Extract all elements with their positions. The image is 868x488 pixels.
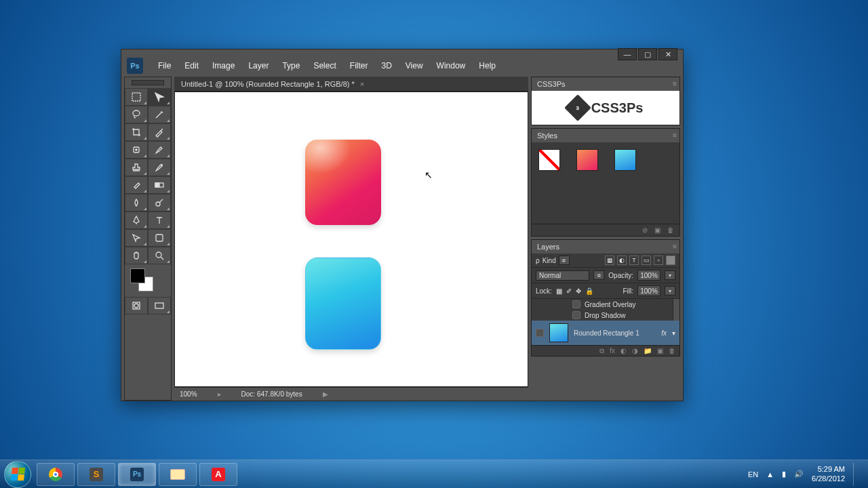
type-tool[interactable]	[148, 211, 171, 229]
brush-tool[interactable]	[148, 141, 171, 159]
color-swatches[interactable]	[129, 268, 167, 293]
menu-window[interactable]: Window	[430, 58, 473, 73]
menu-3d[interactable]: 3D	[374, 58, 398, 73]
magic-wand-tool[interactable]	[148, 106, 171, 123]
panel-menu-icon[interactable]: ≡	[673, 243, 677, 250]
style-orange[interactable]	[576, 149, 598, 171]
pen-tool[interactable]	[125, 211, 148, 229]
taskbar-sublime[interactable]: S	[77, 463, 115, 486]
taskbar-chrome[interactable]	[37, 463, 75, 486]
tray-lang[interactable]: EN	[748, 470, 758, 479]
taskbar-explorer[interactable]	[159, 463, 197, 486]
shape-cyan-blue[interactable]	[305, 258, 381, 350]
filter-type-icon[interactable]: T	[629, 256, 639, 265]
folder-icon[interactable]: 📁	[644, 347, 652, 354]
healing-tool[interactable]	[125, 141, 148, 159]
gradient-tool[interactable]	[148, 176, 171, 194]
screenmode-tool[interactable]	[148, 297, 171, 314]
foreground-color[interactable]	[130, 268, 145, 283]
style-none[interactable]	[538, 149, 560, 171]
blend-mode[interactable]: Normal	[536, 270, 589, 281]
visibility-icon[interactable]	[572, 311, 580, 319]
new-layer-icon[interactable]: ▣	[657, 347, 663, 354]
dropdown-arrow-icon[interactable]: ≑	[593, 270, 604, 280]
style-cyan[interactable]	[614, 149, 636, 171]
minimize-button[interactable]: —	[618, 48, 637, 60]
zoom-tool[interactable]	[148, 247, 171, 264]
filter-pixel-icon[interactable]: ▦	[605, 256, 614, 265]
layer-list[interactable]: Gradient Overlay Drop Shadow	[532, 299, 679, 321]
shape-tool[interactable]	[148, 229, 171, 247]
show-desktop-button[interactable]	[853, 463, 859, 486]
dropdown-arrow-icon[interactable]: ≑	[559, 256, 570, 265]
menu-file[interactable]: File	[151, 58, 178, 73]
filter-type-icon[interactable]: ρ	[536, 257, 540, 264]
eraser-tool[interactable]	[125, 176, 148, 194]
document-tab[interactable]: Untitled-1 @ 100% (Rounded Rectangle 1, …	[174, 77, 528, 92]
no-icon[interactable]: ⊘	[642, 226, 648, 234]
blur-tool[interactable]	[125, 194, 148, 211]
eyedropper-tool[interactable]	[148, 123, 171, 141]
history-brush-tool[interactable]	[148, 159, 171, 176]
panel-menu-icon[interactable]: ≡	[673, 80, 677, 87]
fx-item[interactable]: Gradient Overlay	[585, 301, 636, 308]
dropdown-arrow-icon[interactable]: ▾	[665, 286, 675, 296]
filter-smart-icon[interactable]: ▫	[654, 256, 663, 265]
layer-thumbnail[interactable]	[549, 323, 568, 342]
tray-volume-icon[interactable]: 🔊	[794, 470, 804, 479]
new-style-icon[interactable]: ▣	[654, 226, 660, 234]
css3ps-button[interactable]: 3CSS3Ps	[532, 91, 679, 125]
trash-icon[interactable]: 🗑	[667, 226, 674, 234]
canvas[interactable]: ↖	[174, 92, 528, 387]
chevron-right-icon[interactable]: ▸	[218, 390, 221, 398]
menu-edit[interactable]: Edit	[178, 58, 205, 73]
visibility-icon[interactable]	[536, 329, 544, 337]
move-tool[interactable]	[148, 88, 171, 106]
taskbar-photoshop[interactable]: Ps	[118, 463, 156, 486]
stamp-tool[interactable]	[125, 159, 148, 176]
scrollbar[interactable]	[673, 299, 679, 321]
layer-row[interactable]: Rounded Rectangle 1 fx ▾	[532, 321, 679, 345]
quickmask-tool[interactable]	[125, 297, 148, 314]
mask-icon[interactable]: ◐	[620, 347, 627, 354]
fx-icon[interactable]: fx	[610, 347, 615, 354]
marquee-tool[interactable]	[125, 88, 148, 106]
tray-network-icon[interactable]: ▮	[782, 470, 786, 479]
panel-menu-icon[interactable]: ≡	[673, 131, 677, 139]
fill-input[interactable]	[637, 285, 660, 296]
tray-flag-icon[interactable]: ▲	[766, 470, 774, 479]
tab-close-icon[interactable]: ×	[360, 80, 364, 88]
menu-type[interactable]: Type	[275, 58, 307, 73]
menu-layer[interactable]: Layer	[241, 58, 275, 73]
menu-help[interactable]: Help	[472, 58, 502, 73]
tray-clock[interactable]: 5:29 AM 6/28/2012	[812, 465, 845, 483]
lock-pixels-icon[interactable]: ✐	[566, 287, 572, 295]
start-button[interactable]	[4, 461, 31, 488]
lock-pos-icon[interactable]: ✥	[576, 287, 581, 295]
menu-select[interactable]: Select	[307, 58, 342, 73]
fx-item[interactable]: Drop Shadow	[585, 312, 626, 319]
shape-orange-pink[interactable]	[305, 140, 381, 225]
path-select-tool[interactable]	[125, 229, 148, 247]
filter-adjust-icon[interactable]: ◐	[617, 256, 627, 265]
adjust-icon[interactable]: ◑	[632, 347, 638, 354]
filter-toggle[interactable]	[666, 256, 675, 265]
menu-filter[interactable]: Filter	[343, 58, 375, 73]
lock-trans-icon[interactable]: ▦	[556, 287, 562, 295]
lock-all-icon[interactable]: 🔒	[585, 287, 593, 295]
close-button[interactable]: ✕	[658, 48, 677, 60]
trash-icon[interactable]: 🗑	[669, 347, 675, 354]
zoom-level[interactable]: 100%	[180, 390, 197, 398]
dodge-tool[interactable]	[148, 194, 171, 211]
menu-view[interactable]: View	[399, 58, 430, 73]
maximize-button[interactable]: ▢	[638, 48, 657, 60]
menu-image[interactable]: Image	[205, 58, 241, 73]
layer-name[interactable]: Rounded Rectangle 1	[574, 329, 656, 337]
chevron-icon[interactable]: ▾	[672, 329, 675, 337]
lasso-tool[interactable]	[125, 106, 148, 123]
visibility-icon[interactable]	[572, 300, 580, 308]
hand-tool[interactable]	[125, 247, 148, 264]
taskbar-adobe[interactable]: A	[199, 463, 237, 486]
link-icon[interactable]: ⧉	[599, 347, 604, 355]
opacity-input[interactable]	[637, 270, 660, 281]
